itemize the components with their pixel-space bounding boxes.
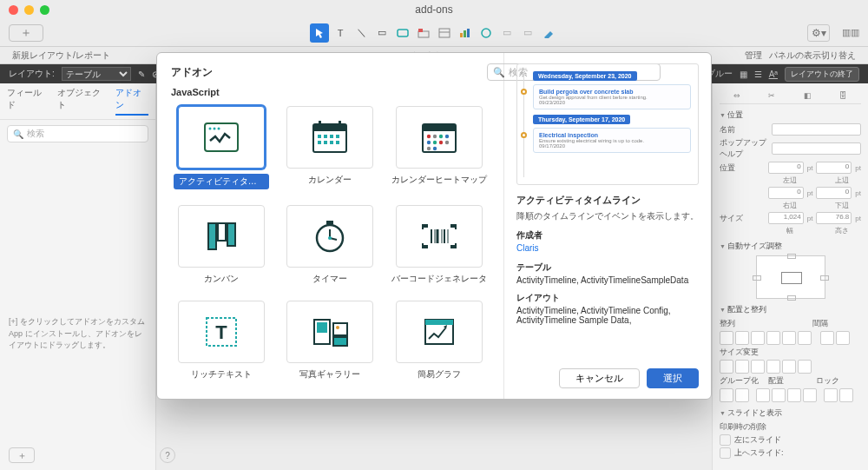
inspector-tab-position-icon[interactable]: ⇔: [733, 91, 740, 100]
back-button[interactable]: [803, 388, 817, 402]
addon-label: アクティビティタイムライン: [174, 174, 269, 189]
new-layout-button[interactable]: ＋: [9, 24, 43, 42]
autosize-anchor[interactable]: [756, 255, 825, 299]
align-right-button[interactable]: [751, 331, 765, 345]
space-v-button[interactable]: [836, 331, 850, 345]
resize-5[interactable]: [782, 360, 796, 374]
webviewer-tool-icon[interactable]: [477, 23, 496, 43]
button-tool-icon[interactable]: [393, 23, 412, 43]
space-h-button[interactable]: [820, 331, 834, 345]
group-button[interactable]: [720, 388, 733, 402]
addon-card-calendar[interactable]: カレンダー: [280, 106, 381, 189]
forward-button[interactable]: [772, 388, 786, 402]
help-button[interactable]: ?: [160, 447, 175, 463]
text-format-icon[interactable]: Aª: [769, 70, 778, 79]
stencil-icon[interactable]: ☰: [754, 70, 762, 79]
exit-layout-button[interactable]: レイアウトの終了: [785, 67, 859, 82]
name-field[interactable]: [772, 123, 861, 136]
field-tool-icon[interactable]: ▭: [497, 23, 516, 43]
slide-up-checkbox[interactable]: [720, 447, 731, 459]
addon-card-kanban[interactable]: カンバン: [171, 205, 272, 285]
svg-point-32: [433, 141, 437, 144]
pencil-icon[interactable]: ✎: [138, 70, 145, 79]
addon-card-photo-gallery[interactable]: 写真ギャラリー: [280, 301, 381, 381]
align-bottom-button[interactable]: [798, 331, 812, 345]
bottom-field[interactable]: 0: [816, 187, 852, 199]
addon-card-richtext[interactable]: T リッチテキスト: [171, 301, 272, 381]
backward-button[interactable]: [787, 388, 801, 402]
section-position[interactable]: 位置: [720, 109, 861, 121]
tooltip-field[interactable]: [772, 142, 861, 155]
theme-icon[interactable]: ▦: [740, 70, 747, 79]
panels-toggle-icon[interactable]: ▥▥: [842, 27, 859, 38]
resize-1[interactable]: [720, 360, 733, 374]
svg-point-11: [213, 128, 215, 130]
left-search[interactable]: 🔍検索: [7, 125, 148, 142]
inspector-tab-styles-icon[interactable]: ✂︎: [768, 91, 775, 100]
addon-label: タイマー: [312, 273, 347, 285]
addon-card-activity-timeline[interactable]: アクティビティタイムライン: [171, 106, 272, 189]
align-center-button[interactable]: [735, 331, 749, 345]
pointer-tool-icon[interactable]: [310, 23, 329, 43]
zoom-icon[interactable]: [40, 5, 49, 15]
svg-rect-26: [423, 124, 456, 131]
tab-addons[interactable]: アドオン: [115, 87, 148, 116]
addon-card-barcode[interactable]: バーコードジェネレータ: [389, 205, 490, 285]
manage-menu-button[interactable]: ⚙︎▾: [807, 24, 830, 42]
unlock-button[interactable]: [839, 388, 853, 402]
section-autosize[interactable]: 自動サイズ調整: [720, 241, 861, 252]
label-pos: 位置: [720, 162, 765, 174]
window-traffic-lights[interactable]: [9, 5, 49, 15]
text-tool-icon[interactable]: T: [331, 23, 350, 43]
width-field[interactable]: 1,024: [768, 212, 804, 224]
add-addon-button[interactable]: ＋: [9, 447, 35, 463]
choose-button[interactable]: 選択: [647, 368, 699, 388]
inspector-tab-appearance-icon[interactable]: ◧: [804, 91, 812, 100]
tab-tool-icon[interactable]: [414, 23, 433, 43]
inspector-tab-data-icon[interactable]: 🗄: [839, 91, 847, 100]
chart-tool-icon[interactable]: [456, 23, 475, 43]
lock-button[interactable]: [824, 388, 838, 402]
resize-3[interactable]: [751, 360, 765, 374]
addon-label: 写真ギャラリー: [299, 368, 360, 381]
section-slide[interactable]: スライドと表示: [720, 407, 861, 419]
svg-point-27: [427, 135, 431, 138]
top-field[interactable]: 0: [816, 162, 852, 174]
front-button[interactable]: [756, 388, 770, 402]
svg-point-36: [433, 147, 437, 150]
detail-author-link[interactable]: Claris: [516, 243, 699, 253]
addon-card-calendar-heatmap[interactable]: カレンダーヒートマップ: [389, 106, 490, 189]
resize-2[interactable]: [735, 360, 749, 374]
portal-tool-icon[interactable]: [435, 23, 454, 43]
slide-left-checkbox[interactable]: [720, 434, 731, 446]
layout-picker[interactable]: テーブル: [62, 67, 131, 81]
align-middle-button[interactable]: [782, 331, 796, 345]
line-tool-icon[interactable]: ＼: [352, 23, 371, 43]
align-left-button[interactable]: [720, 331, 733, 345]
preview-event-1-title: Build pergola over concrete slab: [539, 89, 685, 95]
main-toolbar: ＋ T ＼ ▭ ▭ ▭ ⚙︎▾ ▥▥: [0, 19, 868, 47]
addon-label: バーコードジェネレータ: [391, 273, 487, 285]
height-field[interactable]: 76.8: [816, 212, 852, 224]
format-painter-icon[interactable]: [539, 23, 558, 43]
minimize-icon[interactable]: [24, 5, 34, 15]
addon-card-simple-chart[interactable]: 簡易グラフ: [389, 301, 490, 381]
resize-6[interactable]: [798, 360, 812, 374]
rect-tool-icon[interactable]: ▭: [372, 23, 391, 43]
close-icon[interactable]: [9, 5, 18, 15]
align-top-button[interactable]: [766, 331, 780, 345]
section-arrange[interactable]: 配置と整列: [720, 304, 861, 315]
label-right: 右辺: [772, 201, 810, 210]
right-field[interactable]: 0: [768, 187, 804, 199]
svg-rect-6: [464, 30, 466, 37]
part-tool-icon[interactable]: ▭: [518, 23, 537, 43]
cancel-button[interactable]: キャンセル: [559, 368, 640, 388]
tab-objects[interactable]: オブジェクト: [57, 87, 107, 116]
panels-label: パネルの表示切り替え: [769, 50, 856, 60]
left-field[interactable]: 0: [768, 162, 804, 174]
tab-fields[interactable]: フィールド: [7, 87, 49, 116]
ungroup-button[interactable]: [735, 388, 749, 402]
addon-card-timer[interactable]: タイマー: [280, 205, 381, 285]
resize-4[interactable]: [766, 360, 780, 374]
svg-rect-1: [418, 31, 429, 37]
